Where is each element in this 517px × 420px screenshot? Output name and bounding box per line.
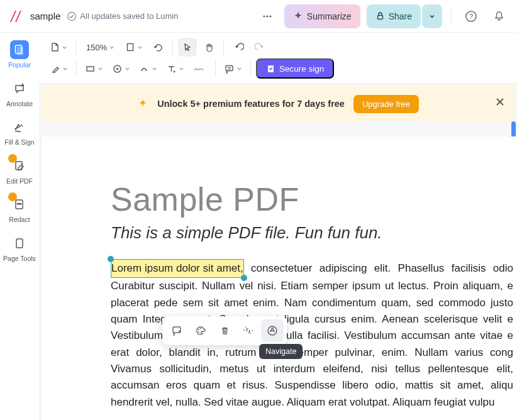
stamp-icon	[112, 64, 123, 74]
ctx-color-button[interactable]	[189, 319, 212, 342]
draw-tool[interactable]	[136, 59, 160, 78]
palette-icon	[195, 325, 206, 336]
sidebar-item-page-tools[interactable]: Page Tools	[1, 230, 38, 268]
svg-point-1	[263, 15, 265, 17]
share-button[interactable]: Share	[367, 4, 421, 28]
svg-rect-8	[17, 47, 23, 55]
shape-tool[interactable]	[82, 59, 106, 78]
eraser-icon	[50, 64, 60, 74]
page-icon	[50, 42, 60, 52]
stamp-tool[interactable]	[109, 59, 133, 78]
banner-close-button[interactable]	[494, 96, 506, 108]
signature-icon	[193, 64, 207, 73]
ctx-link-button[interactable]	[237, 319, 260, 342]
text-tool[interactable]	[163, 59, 187, 78]
sidebar-item-redact[interactable]: Redact	[1, 191, 38, 229]
hand-icon	[204, 42, 214, 53]
selection-handle-start[interactable]	[108, 256, 114, 262]
chevron-down-icon	[428, 13, 436, 20]
document-viewport[interactable]: Sample PDF This is a simple PDF file. Fu…	[39, 121, 517, 420]
ctx-comment-button[interactable]	[165, 319, 188, 342]
svg-rect-11	[17, 203, 21, 205]
popular-icon	[10, 40, 29, 59]
hand-tool[interactable]	[199, 38, 218, 57]
navigate-tooltip: Navigate	[259, 344, 303, 359]
sparkle-icon	[137, 98, 148, 109]
svg-point-3	[269, 15, 271, 17]
sidebar-item-annotate[interactable]: Annotate	[1, 75, 38, 113]
share-dropdown[interactable]	[422, 4, 442, 28]
svg-rect-14	[87, 67, 94, 71]
help-button[interactable]: ?	[460, 6, 482, 27]
lock-icon	[375, 11, 385, 21]
redo-button[interactable]	[250, 38, 269, 57]
save-status: All updates saved to Lumin	[67, 11, 178, 21]
ctx-delete-button[interactable]	[213, 319, 236, 342]
sidebar-item-edit-pdf[interactable]: Edit PDF	[1, 153, 38, 191]
doc-title: Sample PDF	[111, 180, 517, 218]
svg-rect-4	[377, 16, 382, 19]
svg-rect-16	[226, 65, 233, 70]
eraser-tool[interactable]	[47, 59, 71, 78]
svg-point-19	[198, 329, 199, 330]
file-menu[interactable]	[47, 38, 70, 57]
svg-text:?: ?	[469, 13, 473, 20]
svg-point-20	[200, 328, 201, 329]
page-tools-icon	[10, 234, 29, 253]
navigate-icon	[267, 325, 278, 336]
page-layout[interactable]	[122, 38, 146, 57]
trash-icon	[220, 326, 230, 336]
signature-tool[interactable]	[190, 59, 210, 78]
app-logo[interactable]	[8, 8, 24, 25]
notifications-button[interactable]	[488, 6, 509, 27]
more-menu-button[interactable]	[257, 6, 278, 27]
doc-subtitle: This is a simple PDF file. Fun fun fun.	[111, 223, 517, 243]
close-icon	[494, 96, 506, 108]
sparkle-icon	[293, 11, 303, 21]
document-shield-icon	[266, 64, 275, 74]
pointer-tool[interactable]	[178, 38, 197, 57]
ctx-navigate-button[interactable]	[261, 319, 284, 342]
sidebar-item-popular[interactable]: Popular	[1, 36, 38, 74]
comment-icon	[224, 64, 235, 74]
text-icon	[166, 64, 177, 74]
undo-icon	[233, 42, 244, 53]
redo-icon	[255, 42, 265, 53]
comment-add-icon	[171, 325, 182, 336]
pdf-page[interactable]: Sample PDF This is a simple PDF file. Fu…	[42, 136, 517, 420]
document-name[interactable]: sample	[30, 11, 60, 21]
rotate-button[interactable]	[148, 38, 167, 57]
secure-sign-button[interactable]: Secure sign	[256, 58, 334, 79]
upgrade-button[interactable]: Upgrade free	[353, 95, 419, 113]
rectangle-icon	[85, 64, 96, 74]
draw-icon	[139, 64, 150, 74]
summarize-button[interactable]: Summarize	[284, 4, 360, 28]
page-icon	[125, 42, 135, 52]
comment-tool[interactable]	[221, 59, 245, 78]
fill-sign-icon	[10, 118, 29, 136]
zoom-select[interactable]: 150%	[81, 38, 120, 57]
undo-button[interactable]	[229, 38, 248, 57]
sidebar-item-fill-sign[interactable]: Fill & Sign	[1, 114, 38, 152]
svg-rect-12	[16, 239, 23, 248]
rotate-icon	[153, 42, 164, 53]
annotate-icon	[10, 79, 29, 98]
svg-point-21	[198, 331, 199, 333]
premium-badge-icon	[8, 154, 17, 163]
upgrade-banner: Unlock 5+ premium features for 7 days fr…	[42, 86, 514, 121]
svg-point-2	[266, 15, 268, 17]
pointer-icon	[182, 42, 192, 52]
unlink-icon	[243, 325, 254, 336]
text-selection-highlight[interactable]: Lorem ipsum dolor sit amet,	[111, 259, 244, 278]
selection-context-toolbar	[162, 316, 287, 345]
svg-rect-13	[128, 44, 133, 51]
